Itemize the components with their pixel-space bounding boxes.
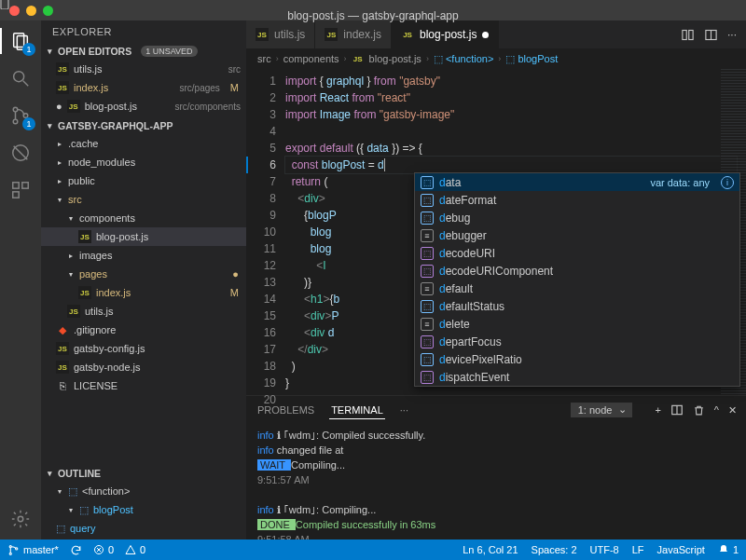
editor-area: JSutils.jsJSindex.jsJSblog-post.js ··· s… (246, 20, 746, 540)
explorer-icon[interactable]: 1 (7, 28, 34, 54)
file-utils.js[interactable]: JSutils.js (41, 302, 246, 321)
info-icon[interactable]: i (721, 176, 734, 189)
terminal-output[interactable]: info ℹ ｢wdm｣: Compiled successfully.info… (246, 424, 746, 540)
completion-kind-icon: ⬚ (421, 353, 434, 366)
completion-kind-icon: ⬚ (421, 247, 434, 260)
open-editors-header[interactable]: ▾OPEN EDITORS 1 UNSAVED (41, 43, 246, 60)
editor-tab[interactable]: JSutils.js (246, 20, 315, 48)
outline-header[interactable]: ▾OUTLINE (41, 465, 246, 482)
folder-pages[interactable]: ▾pages● (41, 265, 246, 283)
notifications-icon[interactable]: 1 (718, 544, 739, 555)
file-index.js[interactable]: JSindex.jsM (41, 283, 246, 302)
compare-icon[interactable] (681, 28, 695, 42)
outline-item[interactable]: ▾⬚blogPost (41, 500, 246, 519)
autocomplete-item[interactable]: ⬚dispatchEvent (415, 368, 739, 386)
window-title: blog-post.js — gatsby-graphql-app (0, 0, 746, 22)
file-gatsby-config.js[interactable]: JSgatsby-config.js (41, 339, 246, 358)
js-icon: JS (56, 361, 69, 374)
autocomplete-item[interactable]: ≡debugger (415, 226, 739, 244)
close-panel-icon[interactable]: ✕ (728, 404, 737, 417)
file-blog-post.js[interactable]: JSblog-post.js (41, 227, 246, 246)
scm-badge: 1 (22, 117, 35, 130)
git-branch[interactable]: master* (7, 544, 59, 556)
autocomplete-item[interactable]: ≡delete (415, 315, 739, 333)
file-gatsby-node.js[interactable]: JSgatsby-node.js (41, 358, 246, 376)
panel: PROBLEMS TERMINAL ··· 1: node + ^ ✕ info… (246, 395, 746, 540)
titlebar: blog-post.js — gatsby-graphql-app (0, 0, 746, 20)
search-icon[interactable] (7, 65, 34, 91)
extensions-icon[interactable] (7, 177, 34, 203)
autocomplete-item[interactable]: ⬚decodeURIComponent (415, 262, 739, 280)
js-icon: JS (256, 28, 269, 41)
folder-public[interactable]: ▸public (41, 171, 246, 190)
breadcrumb[interactable]: src› components› JSblog-post.js› ⬚ <func… (246, 48, 746, 69)
svg-rect-14 (683, 30, 686, 39)
svg-point-13 (18, 516, 23, 522)
folder-src[interactable]: ▾src (41, 190, 246, 209)
open-editor-item[interactable]: JSutils.jssrc (41, 60, 246, 78)
project-header[interactable]: ▾GATSBY-GRAPHQL-APP (41, 117, 246, 134)
js-icon: JS (56, 62, 69, 75)
folder-.cache[interactable]: ▸.cache (41, 134, 246, 153)
outline-item[interactable]: ⬚query (41, 519, 246, 538)
completion-kind-icon: ⬚ (421, 194, 434, 207)
autocomplete-popup[interactable]: ⬚datavar data: anyi⬚dateFormat⬚debug≡deb… (414, 172, 740, 387)
debug-icon[interactable] (7, 140, 34, 166)
cursor-position[interactable]: Ln 6, Col 21 (463, 544, 518, 555)
folder-components[interactable]: ▾components (41, 209, 246, 227)
js-icon: JS (67, 305, 80, 318)
terminal-select[interactable]: 1: node (571, 403, 633, 417)
code-editor[interactable]: 1234567891011121314151617181920 import {… (246, 69, 746, 395)
svg-point-20 (9, 545, 11, 547)
autocomplete-item[interactable]: ⬚defaultStatus (415, 297, 739, 315)
warnings-count[interactable]: 0 (125, 544, 145, 555)
autocomplete-item[interactable]: ⬚datavar data: anyi (415, 173, 739, 191)
folder-node_modules[interactable]: ▸node_modules (41, 153, 246, 171)
language-mode[interactable]: JavaScript (657, 544, 705, 555)
git-icon: ◆ (56, 323, 69, 336)
sidebar: EXPLORER ▾OPEN EDITORS 1 UNSAVED JSutils… (41, 20, 246, 540)
svg-rect-15 (689, 30, 693, 39)
js-icon: JS (325, 28, 338, 41)
autocomplete-item[interactable]: ⬚departFocus (415, 333, 739, 350)
open-editor-item[interactable]: ●JSblog-post.jssrc/components (41, 97, 246, 116)
outline-item[interactable]: ▾⬚<function> (41, 482, 246, 500)
autocomplete-item[interactable]: ≡default (415, 280, 739, 297)
autocomplete-item[interactable]: ⬚decodeURI (415, 244, 739, 262)
more-icon[interactable]: ··· (727, 28, 737, 41)
split-editor-icon[interactable] (704, 28, 718, 42)
editor-tabs: JSutils.jsJSindex.jsJSblog-post.js ··· (246, 20, 746, 48)
sync-icon[interactable] (70, 544, 82, 556)
autocomplete-item[interactable]: ⬚dateFormat (415, 191, 739, 209)
dirty-dot-icon: ● (56, 101, 62, 112)
folder-images[interactable]: ▸images (41, 246, 246, 265)
source-control-icon[interactable]: 1 (7, 102, 34, 129)
completion-kind-icon: ⬚ (421, 335, 434, 348)
file-.gitignore[interactable]: ◆.gitignore (41, 321, 246, 339)
eol[interactable]: LF (632, 544, 644, 555)
errors-count[interactable]: 0 (93, 544, 114, 555)
svg-point-6 (13, 119, 18, 124)
js-icon: JS (56, 81, 69, 94)
unsaved-pill: 1 UNSAVED (141, 46, 197, 57)
completion-kind-icon: ⬚ (421, 300, 434, 313)
svg-line-9 (14, 146, 28, 160)
encoding[interactable]: UTF-8 (590, 544, 619, 555)
js-icon: JS (56, 342, 69, 355)
file-LICENSE[interactable]: ⎘LICENSE (41, 376, 246, 395)
completion-kind-icon: ⬚ (421, 265, 434, 278)
completion-kind-icon: ⬚ (421, 371, 434, 384)
svg-rect-10 (13, 183, 19, 188)
autocomplete-item[interactable]: ⬚debug (415, 209, 739, 226)
js-icon: JS (352, 52, 365, 65)
completion-kind-icon: ≡ (421, 318, 434, 331)
open-editor-item[interactable]: JSindex.jssrc/pagesM (41, 78, 246, 97)
file-icon (0, 0, 11, 9)
svg-point-3 (14, 72, 24, 82)
indentation[interactable]: Spaces: 2 (532, 544, 577, 555)
completion-kind-icon: ⬚ (421, 212, 434, 225)
editor-tab[interactable]: JSblog-post.js (392, 20, 499, 48)
settings-gear-icon[interactable] (7, 506, 34, 532)
autocomplete-item[interactable]: ⬚devicePixelRatio (415, 350, 739, 368)
editor-tab[interactable]: JSindex.js (315, 20, 392, 48)
